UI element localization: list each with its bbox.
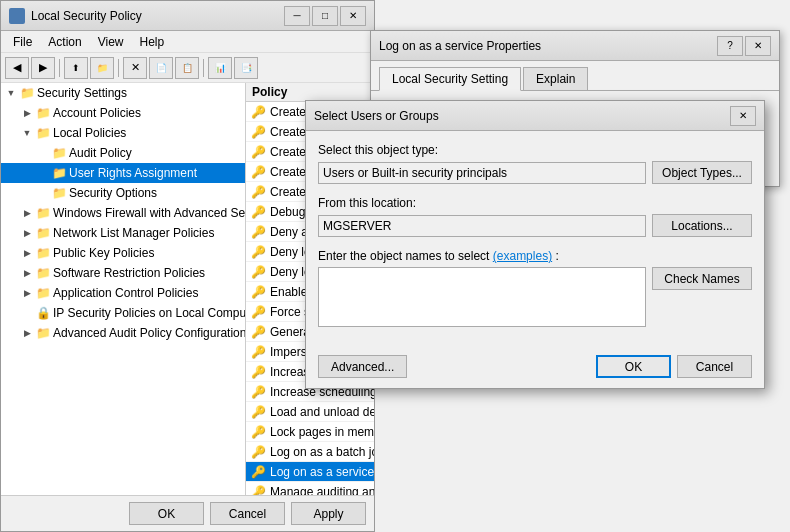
tree-item-application-control[interactable]: ▶ 📁 Application Control Policies	[1, 283, 245, 303]
policy-icon: 🔑	[250, 164, 266, 180]
tree-item-security-settings[interactable]: ▼ 📁 Security Settings	[1, 83, 245, 103]
select-close-button[interactable]: ✕	[730, 106, 756, 126]
policy-icon: 🔑	[250, 224, 266, 240]
show-hide-button[interactable]: 📁	[90, 57, 114, 79]
object-types-button[interactable]: Object Types...	[652, 161, 752, 184]
delete-button[interactable]: ✕	[123, 57, 147, 79]
examples-link[interactable]: (examples)	[493, 249, 552, 263]
properties-button[interactable]: 📄	[149, 57, 173, 79]
list-item[interactable]: 🔑 Load and unload device drivers	[246, 402, 374, 422]
tree-item-audit-policy[interactable]: ▶ 📁 Audit Policy	[1, 143, 245, 163]
tree-item-ip-security[interactable]: ▶ 🔒 IP Security Policies on Local Comput…	[1, 303, 245, 323]
back-button[interactable]: ◀	[5, 57, 29, 79]
tree-item-software-restriction[interactable]: ▶ 📁 Software Restriction Policies	[1, 263, 245, 283]
policy-label: Log on as a batch job	[270, 445, 374, 459]
tree-item-account-policies[interactable]: ▶ 📁 Account Policies	[1, 103, 245, 123]
menu-action[interactable]: Action	[40, 33, 89, 51]
list-item[interactable]: 🔑 Lock pages in memory	[246, 422, 374, 442]
list-item[interactable]: 🔑 Manage auditing and security log	[246, 482, 374, 495]
policy-icon: 🔑	[250, 284, 266, 300]
object-type-input[interactable]	[318, 162, 646, 184]
locations-button[interactable]: Locations...	[652, 214, 752, 237]
object-names-input[interactable]	[318, 267, 646, 327]
main-window-title: Local Security Policy	[31, 9, 278, 23]
forward-button[interactable]: ▶	[31, 57, 55, 79]
tree-label: Network List Manager Policies	[53, 226, 214, 240]
toolbar: ◀ ▶ ⬆ 📁 ✕ 📄 📋 📊 📑	[1, 53, 374, 83]
folder-icon: 📁	[35, 325, 51, 341]
folder-icon: 📁	[35, 285, 51, 301]
toolbar-separator-1	[59, 59, 60, 77]
folder-icon: 📁	[19, 85, 35, 101]
tree-label: Windows Firewall with Advanced Secu...	[53, 206, 246, 220]
folder-icon: 📁	[51, 185, 67, 201]
menu-file[interactable]: File	[5, 33, 40, 51]
main-cancel-button[interactable]: Cancel	[210, 502, 285, 525]
policy-icon: 🔑	[250, 124, 266, 140]
menu-view[interactable]: View	[90, 33, 132, 51]
object-names-label: Enter the object names to select (exampl…	[318, 249, 752, 263]
tab-local-security-setting[interactable]: Local Security Setting	[379, 67, 521, 91]
select-cancel-button[interactable]: Cancel	[677, 355, 752, 378]
expand-icon: ▶	[19, 328, 35, 338]
tree-item-security-options[interactable]: ▶ 📁 Security Options	[1, 183, 245, 203]
tree-label: Security Options	[69, 186, 157, 200]
props-tabs: Local Security Setting Explain	[371, 61, 779, 91]
object-names-row: Check Names	[318, 267, 752, 327]
folder-icon: 📁	[35, 265, 51, 281]
tree-item-local-policies[interactable]: ▼ 📁 Local Policies	[1, 123, 245, 143]
props-close-button[interactable]: ✕	[745, 36, 771, 56]
check-names-button[interactable]: Check Names	[652, 267, 752, 290]
main-bottom-buttons: OK Cancel Apply	[1, 495, 374, 531]
menu-help[interactable]: Help	[132, 33, 173, 51]
tree-panel: ▼ 📁 Security Settings ▶ 📁 Account Polici…	[1, 83, 246, 495]
policy-icon: 🔑	[250, 204, 266, 220]
maximize-button[interactable]: □	[312, 6, 338, 26]
location-input[interactable]	[318, 215, 646, 237]
tree-label: IP Security Policies on Local Compute...	[53, 306, 246, 320]
main-ok-button[interactable]: OK	[129, 502, 204, 525]
location-label: From this location:	[318, 196, 752, 210]
tree-label: Application Control Policies	[53, 286, 198, 300]
list-item-logon-service[interactable]: 🔑 Log on as a service	[246, 462, 374, 482]
location-row: Locations...	[318, 214, 752, 237]
tree-item-windows-firewall[interactable]: ▶ 📁 Windows Firewall with Advanced Secu.…	[1, 203, 245, 223]
policy-icon: 🔑	[250, 104, 266, 120]
policy-icon: 🔑	[250, 344, 266, 360]
tree-item-public-key[interactable]: ▶ 📁 Public Key Policies	[1, 243, 245, 263]
advanced-button[interactable]: Advanced...	[318, 355, 407, 378]
expand-icon: ▶	[19, 208, 35, 218]
list-item[interactable]: 🔑 Log on as a batch job	[246, 442, 374, 462]
minimize-button[interactable]: ─	[284, 6, 310, 26]
policy-icon: 🔑	[250, 304, 266, 320]
expand-icon: ▼	[3, 88, 19, 98]
select-title: Select Users or Groups	[314, 109, 730, 123]
policy-icon: 🔑	[250, 364, 266, 380]
up-button[interactable]: ⬆	[64, 57, 88, 79]
shield-icon: 🔒	[35, 305, 51, 321]
toolbar-separator-3	[203, 59, 204, 77]
tree-item-user-rights[interactable]: ▶ 📁 User Rights Assignment	[1, 163, 245, 183]
policy-icon: 🔑	[250, 324, 266, 340]
folder-icon: 📁	[51, 145, 67, 161]
select-title-bar: Select Users or Groups ✕	[306, 101, 764, 131]
copy-button[interactable]: 📋	[175, 57, 199, 79]
tree-item-network-list[interactable]: ▶ 📁 Network List Manager Policies	[1, 223, 245, 243]
policy-icon: 🔑	[250, 384, 266, 400]
expand-icon: ▶	[19, 228, 35, 238]
props-help-button[interactable]: ?	[717, 36, 743, 56]
select-ok-cancel: OK Cancel	[596, 355, 752, 378]
select-bottom-row: Advanced... OK Cancel	[306, 351, 764, 388]
tree-label: User Rights Assignment	[69, 166, 197, 180]
main-apply-button[interactable]: Apply	[291, 502, 366, 525]
select-ok-button[interactable]: OK	[596, 355, 671, 378]
export-button[interactable]: 📊	[208, 57, 232, 79]
expand-icon: ▶	[19, 108, 35, 118]
close-button[interactable]: ✕	[340, 6, 366, 26]
help2-button[interactable]: 📑	[234, 57, 258, 79]
folder-icon: 📁	[51, 165, 67, 181]
tab-explain[interactable]: Explain	[523, 67, 588, 90]
policy-label: Manage auditing and security log	[270, 485, 374, 496]
select-users-groups-dialog: Select Users or Groups ✕ Select this obj…	[305, 100, 765, 389]
tree-item-advanced-audit[interactable]: ▶ 📁 Advanced Audit Policy Configuration	[1, 323, 245, 343]
